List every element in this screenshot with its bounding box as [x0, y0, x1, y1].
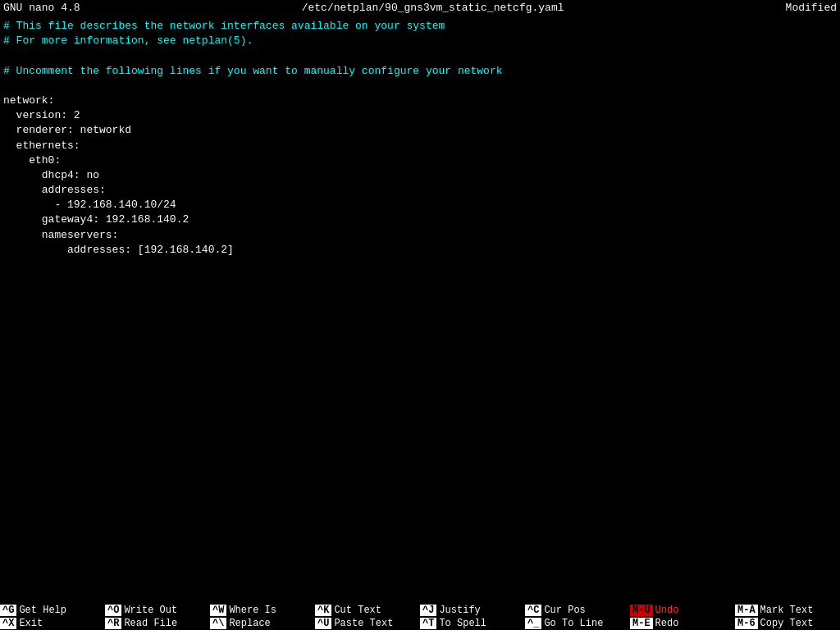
editor-area[interactable]: # This file describes the network interf…	[0, 16, 840, 604]
key-write-out: ^O	[105, 605, 121, 616]
label-get-help: Get Help	[19, 605, 66, 616]
nano-bottom-bar: ^G Get Help ^O Write Out ^W Where Is ^K …	[0, 604, 840, 630]
key-redo: M-E	[630, 618, 653, 629]
app-name: GNU nano 4.8	[3, 2, 80, 14]
key-where-is: ^W	[210, 605, 226, 616]
label-copy-text: Copy Text	[760, 618, 814, 629]
shortcut-write-out-cmd[interactable]: ^O Write Out	[105, 604, 210, 617]
label-write-out: Write Out	[124, 605, 177, 616]
key-copy-text: M-6	[735, 618, 758, 629]
label-where-is: Where Is	[229, 605, 276, 616]
label-paste-text: Paste Text	[334, 618, 393, 629]
shortcut-to-spell-cmd[interactable]: ^T To Spell	[420, 617, 525, 630]
label-go-to-line: Go To Line	[544, 618, 603, 629]
shortcut-row-2: ^X Exit ^R Read File ^\ Replace ^U Paste…	[0, 617, 840, 630]
shortcut-paste-text-cmd[interactable]: ^U Paste Text	[315, 617, 420, 630]
shortcut-cut-text-cmd[interactable]: ^K Cut Text	[315, 604, 420, 617]
label-cut-text: Cut Text	[334, 605, 381, 616]
key-paste-text: ^U	[315, 618, 331, 629]
shortcut-redo-cmd[interactable]: M-E Redo	[630, 617, 735, 630]
shortcut-copy-text-cmd[interactable]: M-6 Copy Text	[735, 617, 840, 630]
key-undo: M-U	[630, 605, 653, 616]
shortcut-go-to-line-cmd[interactable]: ^_ Go To Line	[525, 617, 630, 630]
shortcut-replace-cmd[interactable]: ^\ Replace	[210, 617, 315, 630]
key-go-to-line: ^_	[525, 618, 541, 629]
shortcut-cur-pos-cmd[interactable]: ^C Cur Pos	[525, 604, 630, 617]
label-cur-pos: Cur Pos	[544, 605, 585, 616]
key-mark-text: M-A	[735, 605, 758, 616]
key-cur-pos: ^C	[525, 605, 541, 616]
label-replace: Replace	[229, 618, 270, 629]
title-bar: GNU nano 4.8 /etc/netplan/90_gns3vm_stat…	[0, 0, 840, 16]
shortcut-where-is-cmd[interactable]: ^W Where Is	[210, 604, 315, 617]
modified-status: Modified	[786, 2, 837, 14]
shortcut-mark-text-cmd[interactable]: M-A Mark Text	[735, 604, 840, 617]
key-read-file: ^R	[105, 618, 121, 629]
shortcut-undo-cmd[interactable]: M-U Undo	[630, 604, 735, 617]
label-exit: Exit	[19, 618, 43, 629]
key-justify: ^J	[420, 605, 436, 616]
label-justify: Justify	[439, 605, 480, 616]
key-exit: ^X	[0, 618, 16, 629]
key-get-help: ^G	[0, 605, 16, 616]
key-to-spell: ^T	[420, 618, 436, 629]
shortcut-get-help-cmd[interactable]: ^G Get Help	[0, 604, 105, 617]
shortcut-justify-cmd[interactable]: ^J Justify	[420, 604, 525, 617]
key-cut-text: ^K	[315, 605, 331, 616]
shortcut-row-1: ^G Get Help ^O Write Out ^W Where Is ^K …	[0, 604, 840, 617]
file-path: /etc/netplan/90_gns3vm_static_netcfg.yam…	[80, 2, 786, 14]
label-redo: Redo	[655, 618, 679, 629]
label-mark-text: Mark Text	[760, 605, 814, 616]
shortcut-exit-cmd[interactable]: ^X Exit	[0, 617, 105, 630]
label-read-file: Read File	[124, 618, 177, 629]
key-replace: ^\	[210, 618, 226, 629]
label-to-spell: To Spell	[439, 618, 486, 629]
label-undo: Undo	[655, 605, 679, 616]
shortcut-read-file-cmd[interactable]: ^R Read File	[105, 617, 210, 630]
